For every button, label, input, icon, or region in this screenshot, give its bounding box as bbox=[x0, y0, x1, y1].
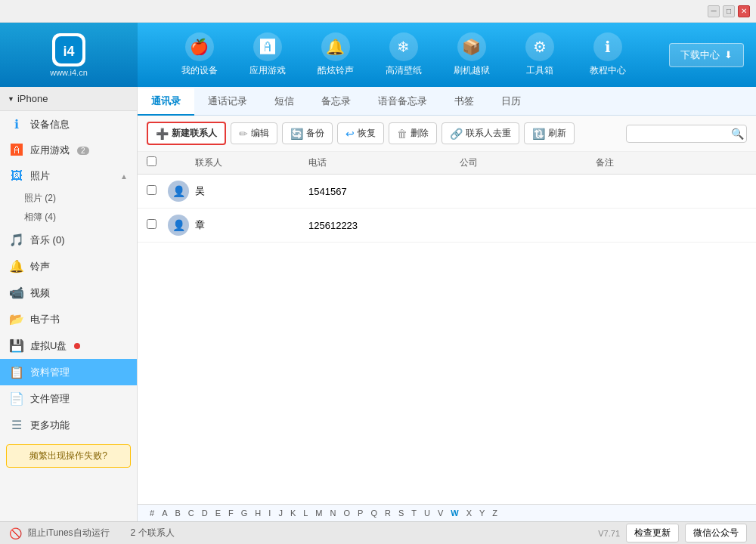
tools-icon: ⚙ bbox=[525, 32, 554, 61]
nav-item-my-device[interactable]: 🍎 我的设备 bbox=[166, 23, 234, 87]
alpha-#[interactable]: # bbox=[147, 508, 157, 518]
restore-button[interactable]: □ bbox=[723, 5, 735, 17]
sidebar-item-apps[interactable]: 🅰 应用游戏 2 bbox=[0, 138, 137, 163]
alpha-J[interactable]: J bbox=[275, 508, 286, 518]
restore-label: 恢复 bbox=[358, 127, 376, 140]
search-box[interactable]: 🔍 bbox=[626, 125, 747, 143]
alpha-Q[interactable]: Q bbox=[367, 508, 380, 518]
alpha-O[interactable]: O bbox=[340, 508, 353, 518]
table-row[interactable]: 👤 吴 1541567 bbox=[138, 175, 756, 209]
sidebar-item-photos[interactable]: 🖼 照片 ▲ bbox=[0, 163, 137, 189]
tab-sms-label: 短信 bbox=[274, 95, 294, 107]
alpha-F[interactable]: F bbox=[225, 508, 237, 518]
alpha-C[interactable]: C bbox=[185, 508, 197, 518]
alpha-M[interactable]: M bbox=[312, 508, 325, 518]
sidebar-item-device-info[interactable]: ℹ 设备信息 bbox=[0, 111, 137, 138]
sidebar-label-ebooks: 电子书 bbox=[30, 313, 60, 326]
alpha-A[interactable]: A bbox=[159, 508, 170, 518]
alpha-T[interactable]: T bbox=[408, 508, 420, 518]
tab-notes[interactable]: 备忘录 bbox=[308, 88, 364, 116]
nav-item-tutorials[interactable]: ℹ 教程中心 bbox=[574, 23, 642, 87]
sidebar-label-apps: 应用游戏 bbox=[30, 144, 70, 157]
sidebar-item-music[interactable]: 🎵 音乐 (0) bbox=[0, 227, 137, 253]
alpha-B[interactable]: B bbox=[172, 508, 183, 518]
alpha-Y[interactable]: Y bbox=[476, 508, 488, 518]
tab-contacts[interactable]: 通讯录 bbox=[138, 88, 194, 116]
logo-area: i4 www.i4.cn bbox=[0, 23, 138, 87]
nav-item-wallpapers[interactable]: ❄ 高清壁纸 bbox=[370, 23, 438, 87]
tab-contacts-label: 通讯录 bbox=[151, 95, 181, 107]
alpha-V[interactable]: V bbox=[435, 508, 446, 518]
nav-item-ringtones[interactable]: 🔔 酷炫铃声 bbox=[302, 23, 370, 87]
sidebar-item-more[interactable]: ☰ 更多功能 bbox=[0, 412, 137, 438]
nav-label-apps: 应用游戏 bbox=[249, 64, 286, 77]
search-input[interactable] bbox=[633, 128, 731, 139]
sidebar-item-data-mgmt[interactable]: 📋 资料管理 bbox=[0, 359, 137, 385]
sidebar-item-ringtones[interactable]: 🔔 铃声 bbox=[0, 253, 137, 280]
col-company-header: 公司 bbox=[460, 156, 596, 169]
nav-item-jailbreak[interactable]: 📦 刷机越狱 bbox=[438, 23, 506, 87]
sidebar-item-ebooks[interactable]: 📂 电子书 bbox=[0, 306, 137, 332]
alpha-I[interactable]: I bbox=[265, 508, 274, 518]
alpha-P[interactable]: P bbox=[355, 508, 366, 518]
check-update-button[interactable]: 检查更新 bbox=[626, 524, 679, 542]
udisk-badge bbox=[74, 343, 80, 349]
troubleshoot-button[interactable]: 频繁出现操作失败? bbox=[6, 444, 131, 468]
alpha-E[interactable]: E bbox=[212, 508, 224, 518]
delete-button[interactable]: 🗑 删除 bbox=[389, 122, 437, 144]
sidebar-sub-photos[interactable]: 照片 (2) bbox=[0, 189, 137, 208]
music-icon: 🎵 bbox=[9, 233, 24, 247]
nav-label-jailbreak: 刷机越狱 bbox=[454, 64, 490, 77]
col-phone-header: 电话 bbox=[308, 156, 460, 169]
col-avatar-header bbox=[168, 156, 195, 169]
download-button[interactable]: 下载中心 ⬇ bbox=[669, 43, 744, 67]
delete-label: 删除 bbox=[411, 127, 429, 140]
tab-voice-notes[interactable]: 语音备忘录 bbox=[364, 88, 441, 116]
row2-avatar-cell: 👤 bbox=[168, 215, 195, 236]
row1-avatar-cell: 👤 bbox=[168, 181, 195, 202]
nav-item-apps[interactable]: 🅰 应用游戏 bbox=[234, 23, 302, 87]
sidebar-item-udisk[interactable]: 💾 虚拟U盘 bbox=[0, 332, 137, 359]
alpha-X[interactable]: X bbox=[463, 508, 475, 518]
alpha-R[interactable]: R bbox=[382, 508, 394, 518]
alpha-W[interactable]: W bbox=[448, 508, 461, 518]
row2-checkbox[interactable] bbox=[147, 219, 156, 229]
sidebar-label-ringtones: 铃声 bbox=[30, 260, 50, 274]
alpha-D[interactable]: D bbox=[199, 508, 211, 518]
row1-checkbox[interactable] bbox=[147, 185, 156, 195]
sidebar-sub-albums[interactable]: 相簿 (4) bbox=[0, 208, 137, 227]
tab-sms[interactable]: 短信 bbox=[261, 88, 308, 116]
restore-button[interactable]: ↩ 恢复 bbox=[337, 122, 384, 144]
close-button[interactable]: ✕ bbox=[738, 5, 750, 17]
tab-bookmarks[interactable]: 书签 bbox=[441, 88, 488, 116]
sidebar-item-video[interactable]: 📹 视频 bbox=[0, 280, 137, 306]
tutorials-icon: ℹ bbox=[593, 32, 622, 61]
alpha-U[interactable]: U bbox=[421, 508, 433, 518]
select-all-checkbox[interactable] bbox=[147, 156, 156, 166]
wechat-button[interactable]: 微信公众号 bbox=[685, 524, 747, 542]
alpha-S[interactable]: S bbox=[395, 508, 407, 518]
sidebar-device: ▼ iPhone bbox=[0, 87, 137, 111]
merge-button[interactable]: 🔗 联系人去重 bbox=[442, 122, 519, 144]
minimize-button[interactable]: ─ bbox=[708, 5, 720, 17]
table-row[interactable]: 👤 章 125612223 bbox=[138, 209, 756, 243]
backup-button[interactable]: 🔄 备份 bbox=[282, 122, 333, 144]
tab-call-log[interactable]: 通话记录 bbox=[194, 88, 261, 116]
more-icon: ☰ bbox=[9, 418, 24, 432]
info-icon: ℹ bbox=[9, 117, 24, 131]
edit-icon: ✏ bbox=[239, 128, 248, 140]
new-contact-button[interactable]: ➕ 新建联系人 bbox=[147, 122, 226, 145]
alpha-N[interactable]: N bbox=[327, 508, 339, 518]
alpha-Z[interactable]: Z bbox=[489, 508, 500, 518]
sidebar-item-file-mgmt[interactable]: 📄 文件管理 bbox=[0, 385, 137, 412]
edit-button[interactable]: ✏ 编辑 bbox=[231, 122, 277, 144]
edit-label: 编辑 bbox=[251, 127, 269, 140]
alpha-L[interactable]: L bbox=[300, 508, 311, 518]
tab-calendar[interactable]: 日历 bbox=[488, 88, 534, 116]
alpha-G[interactable]: G bbox=[238, 508, 251, 518]
refresh-button[interactable]: 🔃 刷新 bbox=[524, 122, 575, 144]
alpha-H[interactable]: H bbox=[252, 508, 264, 518]
nav-label-wallpapers: 高清壁纸 bbox=[386, 64, 422, 77]
nav-item-tools[interactable]: ⚙ 工具箱 bbox=[506, 23, 574, 87]
alpha-K[interactable]: K bbox=[287, 508, 299, 518]
